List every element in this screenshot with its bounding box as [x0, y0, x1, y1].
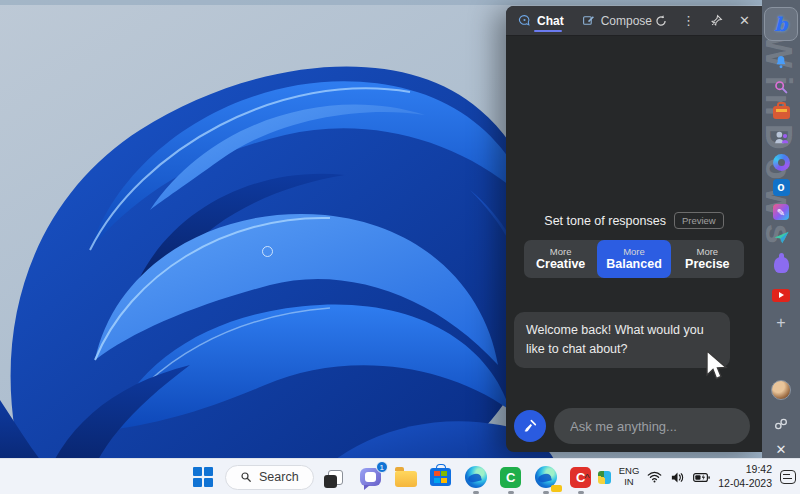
toolbox-icon[interactable] — [771, 102, 791, 122]
file-explorer-button[interactable] — [393, 464, 419, 490]
taskbar-center-icons: Search 1 C — [190, 459, 594, 494]
broom-icon — [522, 418, 538, 434]
system-tray: ^ ENG IN 19:42 12-04-2023 — [585, 459, 796, 494]
compose-icon — [582, 14, 595, 27]
chat-input[interactable] — [570, 419, 734, 434]
close-sidebar-icon[interactable]: ✕ — [771, 439, 791, 459]
refresh-icon[interactable] — [653, 13, 668, 28]
chat-tabs: Chat Compose — [518, 6, 652, 35]
bing-chat-panel: Chat Compose ⋮ ✕ — [506, 6, 762, 452]
task-view-icon — [328, 470, 343, 485]
tone-option-balanced[interactable]: More Balanced — [597, 240, 670, 278]
camtasia-green-button[interactable]: C — [498, 464, 524, 490]
teams-chat-button[interactable]: 1 — [358, 464, 384, 490]
desktop: Chat Compose ⋮ ✕ — [0, 0, 800, 494]
chat-input-row — [514, 408, 750, 444]
tray-time: 19:42 — [746, 463, 772, 475]
chat-header-actions: ⋮ ✕ — [653, 13, 752, 28]
tray-date: 12-04-2023 — [718, 477, 772, 489]
new-topic-button[interactable] — [514, 410, 546, 442]
more-icon[interactable]: ⋮ — [681, 13, 696, 28]
hidden-icons-chevron[interactable]: ^ — [585, 472, 590, 484]
search-glass-icon — [240, 471, 252, 483]
tone-balanced-more: More — [623, 246, 645, 257]
tone-selector: More Creative More Balanced More Precise — [524, 240, 744, 278]
search-label: Search — [259, 470, 299, 484]
close-icon[interactable]: ✕ — [737, 13, 752, 28]
tone-precise-more: More — [696, 246, 718, 257]
edge-icon — [465, 466, 487, 488]
start-button[interactable] — [190, 464, 216, 490]
wifi-icon[interactable] — [647, 471, 662, 483]
microsoft-store-button[interactable] — [428, 464, 454, 490]
tab-compose[interactable]: Compose — [582, 6, 652, 35]
chat-bubble-icon — [518, 14, 531, 27]
assistant-message-bubble: Welcome back! What would you like to cha… — [514, 312, 730, 368]
preview-badge: Preview — [674, 212, 724, 229]
tone-creative-more: More — [550, 246, 572, 257]
pin-icon[interactable] — [709, 13, 724, 28]
youtube-icon[interactable] — [771, 285, 791, 305]
search-icon[interactable] — [771, 77, 791, 97]
clock[interactable]: 19:42 12-04-2023 — [718, 463, 772, 490]
store-icon — [430, 468, 451, 486]
tone-label: Set tone of responses — [544, 214, 666, 228]
language-indicator[interactable]: ENG IN — [619, 466, 640, 488]
language-line1: ENG — [619, 465, 640, 476]
tray-app-icon[interactable] — [598, 471, 611, 484]
tone-balanced-label: Balanced — [606, 257, 662, 272]
plus-icon[interactable]: + — [771, 313, 791, 333]
tone-label-row: Set tone of responses Preview — [506, 212, 762, 229]
edge-browser-button[interactable] — [463, 464, 489, 490]
bing-logo-icon: b — [774, 13, 787, 35]
tone-creative-label: Creative — [536, 257, 585, 272]
tab-chat[interactable]: Chat — [518, 6, 564, 35]
tone-precise-label: Precise — [685, 257, 729, 272]
canary-badge — [551, 485, 562, 492]
green-c-icon: C — [500, 467, 521, 488]
chat-panel-header: Chat Compose ⋮ ✕ — [506, 6, 762, 36]
tab-compose-label: Compose — [601, 14, 652, 28]
designer-swirl-icon[interactable] — [771, 152, 791, 172]
outlook-icon[interactable]: o — [771, 177, 791, 197]
link-settings-icon[interactable] — [771, 414, 791, 434]
user-avatar[interactable] — [771, 380, 791, 400]
windows-logo-icon — [193, 467, 213, 487]
edge-canary-button[interactable] — [533, 464, 559, 490]
battery-icon[interactable] — [693, 472, 710, 483]
volume-icon[interactable] — [670, 471, 685, 484]
drop-paper-plane-icon[interactable] — [771, 227, 791, 247]
taskbar-search[interactable]: Search — [225, 465, 314, 490]
bing-sidebar-button[interactable]: b — [764, 7, 798, 41]
tone-option-precise[interactable]: More Precise — [671, 240, 744, 278]
edge-sidebar-strip: WinDows b o ✎ + — [762, 0, 800, 458]
tab-chat-label: Chat — [537, 14, 564, 28]
chat-badge: 1 — [376, 461, 388, 473]
chat-input-pill — [554, 408, 750, 444]
purple-creature-icon[interactable] — [771, 255, 791, 275]
notification-center-icon[interactable] — [780, 470, 796, 484]
folder-icon — [395, 471, 417, 487]
tone-option-creative[interactable]: More Creative — [524, 240, 597, 278]
click-indicator-ring — [262, 246, 273, 257]
design-pencil-icon[interactable]: ✎ — [771, 202, 791, 222]
taskbar: Search 1 C — [0, 458, 800, 494]
people-icon[interactable] — [771, 127, 791, 147]
bell-icon[interactable] — [771, 52, 791, 72]
language-line2: IN — [624, 476, 634, 487]
chat-panel-body: Set tone of responses Preview More Creat… — [506, 36, 762, 452]
task-view-button[interactable] — [323, 464, 349, 490]
